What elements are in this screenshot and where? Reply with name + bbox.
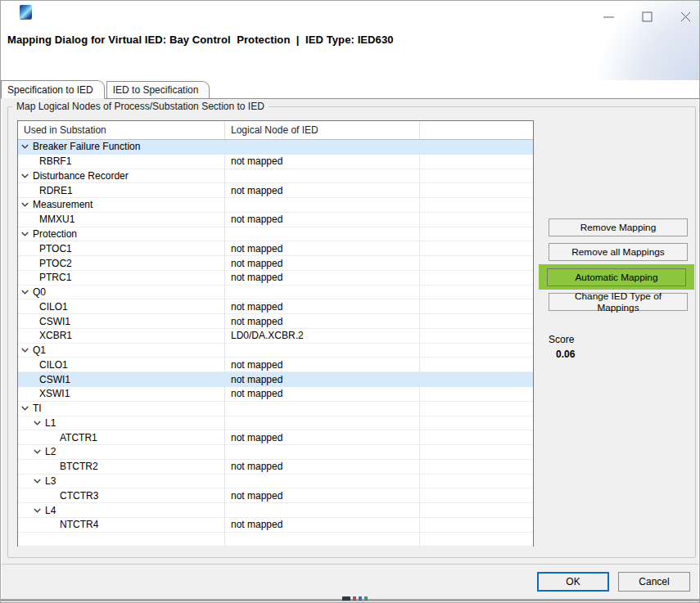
row-extra-cell xyxy=(420,518,533,533)
tab-label: IED to Specification xyxy=(113,84,199,96)
chevron-down-icon[interactable] xyxy=(34,508,45,513)
row-label: CILO1 xyxy=(39,359,68,371)
row-extra-cell xyxy=(420,416,533,431)
row-mapping-value xyxy=(225,140,420,155)
table-row[interactable]: PTRC1not mapped xyxy=(18,271,533,286)
row-mapping-value: not mapped xyxy=(225,372,420,387)
chevron-down-icon[interactable] xyxy=(21,348,33,353)
row-extra-cell xyxy=(420,169,533,184)
row-mapping-value: not mapped xyxy=(225,299,420,314)
table-row[interactable]: XSWI1not mapped xyxy=(18,387,533,402)
automatic-mapping-button[interactable]: Automatic Mapping xyxy=(547,268,686,286)
tab-ied-to-specification[interactable]: IED to Specification xyxy=(106,81,210,98)
chevron-down-icon[interactable] xyxy=(34,421,45,425)
change-ied-type-button[interactable]: Change IED Type of Mappings xyxy=(549,293,688,311)
row-extra-cell xyxy=(420,344,533,358)
row-mapping-value xyxy=(225,416,420,431)
row-mapping-value xyxy=(225,227,420,242)
row-mapping-value: not mapped xyxy=(225,430,420,445)
minimize-icon[interactable] xyxy=(603,11,614,22)
row-label: RDRE1 xyxy=(39,185,73,196)
table-row[interactable]: Measurement xyxy=(18,198,533,213)
table-row[interactable]: RBRF1not mapped xyxy=(18,155,533,169)
row-mapping-value: not mapped xyxy=(225,518,420,533)
chevron-down-icon[interactable] xyxy=(34,449,45,454)
table-row[interactable]: L2 xyxy=(18,445,533,460)
row-label: L4 xyxy=(45,505,56,516)
row-extra-cell xyxy=(420,475,533,489)
table-row[interactable]: BTCTR2not mapped xyxy=(18,460,533,475)
row-label: Disturbance Recorder xyxy=(33,170,129,182)
mapping-table: Used in SubstationLogical Node of IED Br… xyxy=(17,120,534,547)
table-row[interactable]: Disturbance Recorder xyxy=(18,169,533,184)
row-extra-cell xyxy=(420,155,533,169)
row-extra-cell xyxy=(420,241,533,256)
close-icon[interactable] xyxy=(680,11,691,22)
table-row[interactable]: CILO1not mapped xyxy=(18,299,533,314)
row-label: PTOC2 xyxy=(39,258,72,269)
row-extra-cell xyxy=(420,198,533,213)
table-row[interactable]: TI xyxy=(18,402,533,416)
chevron-down-icon[interactable] xyxy=(34,479,45,484)
row-extra-cell xyxy=(420,430,533,445)
row-mapping-value: not mapped xyxy=(225,387,420,402)
chevron-down-icon[interactable] xyxy=(21,232,33,236)
table-row[interactable]: RDRE1not mapped xyxy=(18,183,533,198)
row-mapping-value: LD0/DA.XCBR.2 xyxy=(225,329,420,344)
table-row[interactable]: CSWI1not mapped xyxy=(18,314,533,329)
row-mapping-value: not mapped xyxy=(225,460,420,475)
table-row[interactable]: CTCTR3not mapped xyxy=(18,488,533,503)
table-row[interactable]: L3 xyxy=(18,475,533,489)
row-label: Breaker Failure Function xyxy=(33,141,140,152)
tab-specification-to-ied[interactable]: Specification to IED xyxy=(1,80,105,99)
table-row[interactable]: NTCTR4not mapped xyxy=(18,518,533,533)
row-extra-cell xyxy=(420,314,533,329)
table-row[interactable]: L1 xyxy=(18,416,533,431)
table-row[interactable]: Protection xyxy=(18,227,533,242)
tab-strip: Specification to IED IED to Specificatio… xyxy=(1,80,699,99)
row-mapping-value: not mapped xyxy=(225,314,420,329)
table-row[interactable]: Q1 xyxy=(18,344,533,358)
table-row[interactable]: MMXU1not mapped xyxy=(18,213,533,227)
row-mapping-value xyxy=(225,503,420,518)
taskbar-sliver xyxy=(359,596,362,601)
chevron-down-icon[interactable] xyxy=(21,173,33,178)
tab-content: Map Logical Nodes of Process/Substation … xyxy=(2,99,698,565)
remove-mapping-button[interactable]: Remove Mapping xyxy=(549,218,688,236)
row-mapping-value xyxy=(225,445,420,460)
remove-all-mappings-button[interactable]: Remove all Mappings xyxy=(549,243,688,261)
row-extra-cell xyxy=(420,358,533,372)
row-mapping-value xyxy=(225,475,420,489)
row-label: XSWI1 xyxy=(39,388,70,399)
row-extra-cell xyxy=(420,533,533,547)
table-row[interactable]: CILO1not mapped xyxy=(18,358,533,372)
window-controls xyxy=(603,7,691,25)
row-mapping-value: not mapped xyxy=(225,183,420,198)
chevron-down-icon[interactable] xyxy=(21,144,33,149)
table-row[interactable]: Q0 xyxy=(18,286,533,300)
chevron-down-icon[interactable] xyxy=(21,290,33,295)
column-header xyxy=(420,121,533,139)
tab-label: Specification to IED xyxy=(7,84,93,96)
table-row[interactable]: PTOC1not mapped xyxy=(18,241,533,256)
table-row[interactable]: ATCTR1not mapped xyxy=(18,430,533,445)
table-row[interactable]: CSWI1not mapped xyxy=(18,372,533,387)
maximize-icon[interactable] xyxy=(641,11,653,22)
row-extra-cell xyxy=(420,183,533,198)
row-label: TI xyxy=(33,403,42,414)
cancel-button[interactable]: Cancel xyxy=(618,572,690,592)
row-extra-cell xyxy=(420,286,533,300)
row-extra-cell xyxy=(420,503,533,518)
ok-button[interactable]: OK xyxy=(537,572,609,592)
row-extra-cell xyxy=(420,460,533,475)
row-extra-cell xyxy=(420,372,533,387)
table-row[interactable]: L4 xyxy=(18,503,533,518)
row-label: CSWI1 xyxy=(39,374,70,385)
chevron-down-icon[interactable] xyxy=(21,406,33,411)
row-label: PTRC1 xyxy=(39,272,71,283)
table-row[interactable]: Breaker Failure Function xyxy=(18,140,533,155)
table-row[interactable]: XCBR1LD0/DA.XCBR.2 xyxy=(18,329,533,344)
chevron-down-icon[interactable] xyxy=(21,202,33,207)
row-mapping-value xyxy=(225,286,420,300)
table-row[interactable]: PTOC2not mapped xyxy=(18,256,533,271)
